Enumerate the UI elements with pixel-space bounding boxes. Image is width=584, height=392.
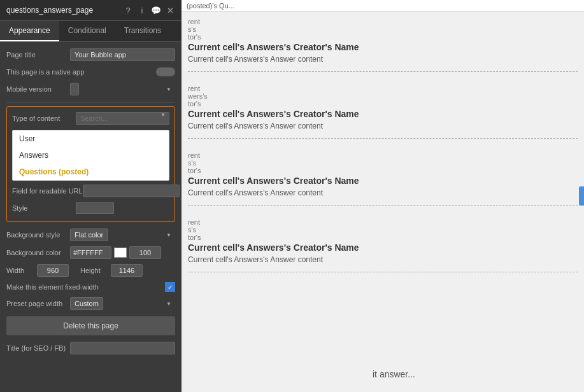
seo-label: Title (for SEO / FB) bbox=[6, 344, 70, 352]
right-edge-indicator bbox=[579, 186, 584, 206]
top-bar: (posted)'s Qu... bbox=[182, 0, 584, 11]
panel-header-icons: ? i 💬 ✕ bbox=[123, 5, 175, 15]
background-color-label: Background color bbox=[6, 249, 70, 256]
mobile-version-row: Mobile version bbox=[6, 83, 175, 95]
preset-select[interactable]: Custom bbox=[70, 297, 103, 310]
content-type-search[interactable] bbox=[76, 112, 169, 125]
row-title-3: Current cell's Answers's Creator's Name bbox=[188, 176, 578, 186]
field-readable-input[interactable] bbox=[83, 185, 180, 197]
panel-body: Page title This page is a native app Mob… bbox=[0, 42, 182, 392]
close-icon[interactable]: ✕ bbox=[165, 5, 175, 15]
info-icon[interactable]: i bbox=[137, 5, 147, 15]
row-sub-1: Current cell's Answers's Answer content bbox=[188, 55, 578, 64]
dropdown-item-questions-posted[interactable]: Questions (posted) bbox=[13, 164, 169, 180]
tab-conditional[interactable]: Conditional bbox=[59, 21, 115, 41]
content-type-search-wrapper: ▼ bbox=[76, 112, 169, 125]
seo-row: Title (for SEO / FB) bbox=[6, 342, 175, 354]
native-app-label: This page is a native app bbox=[6, 68, 156, 76]
style-row: Style bbox=[12, 202, 169, 214]
tab-appearance[interactable]: Appearance bbox=[0, 21, 59, 41]
table-row: rents'stor's Current cell's Answers's Cr… bbox=[188, 218, 578, 272]
help-icon[interactable]: ? bbox=[123, 5, 133, 15]
table-row: rents'stor's Current cell's Answers's Cr… bbox=[188, 18, 578, 72]
background-style-label: Background style bbox=[6, 231, 70, 239]
divider-1 bbox=[6, 102, 175, 102]
row-title-4: Current cell's Answers's Creator's Name bbox=[188, 242, 578, 253]
height-input[interactable] bbox=[111, 264, 143, 277]
table-row: rents'stor's Current cell's Answers's Cr… bbox=[188, 151, 578, 206]
content-type-section: Type of content ▼ User Answers Questions… bbox=[6, 106, 175, 222]
fixed-width-row: Make this element fixed-width ✓ bbox=[6, 282, 175, 292]
comment-icon[interactable]: 💬 bbox=[151, 5, 161, 15]
native-app-row: This page is a native app bbox=[6, 67, 175, 76]
search-dropdown-arrow: ▼ bbox=[160, 112, 166, 118]
page-title-input[interactable] bbox=[70, 48, 175, 61]
row-sub-4: Current cell's Answers's Answer content bbox=[188, 255, 578, 264]
row-prefix-4: rents'stor's bbox=[188, 218, 578, 241]
row-sub-3: Current cell's Answers's Answer content bbox=[188, 188, 578, 197]
width-height-row: Width Height bbox=[6, 264, 175, 277]
field-readable-label: Field for readable URL bbox=[12, 187, 83, 195]
style-box[interactable] bbox=[76, 202, 114, 214]
page-title-row: Page title bbox=[6, 48, 175, 61]
background-color-row: Background color bbox=[6, 246, 175, 259]
content-rows: rents'stor's Current cell's Answers's Cr… bbox=[182, 11, 584, 291]
panel-header: questions_answers_page ? i 💬 ✕ bbox=[0, 0, 182, 21]
color-swatch[interactable] bbox=[114, 248, 127, 258]
tab-transitions[interactable]: Transitions bbox=[115, 21, 170, 41]
background-color-hex[interactable] bbox=[70, 246, 111, 259]
mobile-version-label: Mobile version bbox=[6, 85, 70, 93]
dropdown-item-user[interactable]: User bbox=[13, 130, 169, 147]
seo-input[interactable] bbox=[70, 342, 175, 354]
row-prefix-2: rentwers'stor's bbox=[188, 85, 578, 108]
top-bar-text: (posted)'s Qu... bbox=[187, 2, 234, 10]
field-readable-row: Field for readable URL bbox=[12, 185, 169, 197]
mobile-version-select[interactable] bbox=[70, 83, 79, 95]
fixed-width-checkbox[interactable]: ✓ bbox=[165, 282, 175, 292]
content-type-row: Type of content ▼ bbox=[12, 112, 169, 125]
width-label: Width bbox=[6, 267, 32, 274]
preset-wrapper: Custom bbox=[70, 297, 175, 310]
delete-page-button[interactable]: Delete this page bbox=[6, 316, 175, 335]
table-row: rentwers'stor's Current cell's Answers's… bbox=[188, 85, 578, 139]
preset-row: Preset page width Custom bbox=[6, 297, 175, 310]
preset-label: Preset page width bbox=[6, 300, 70, 307]
background-style-wrapper: Flat color bbox=[70, 228, 175, 241]
mobile-version-wrapper bbox=[70, 83, 175, 95]
row-prefix-3: rents'stor's bbox=[188, 151, 578, 174]
page-title-label: Page title bbox=[6, 51, 70, 59]
background-style-row: Background style Flat color bbox=[6, 228, 175, 241]
properties-panel: questions_answers_page ? i 💬 ✕ Appearanc… bbox=[0, 0, 182, 392]
main-content: (posted)'s Qu... rents'stor's Current ce… bbox=[182, 0, 584, 392]
width-input[interactable] bbox=[37, 264, 69, 277]
tabs-container: Appearance Conditional Transitions bbox=[0, 21, 182, 42]
background-opacity-input[interactable] bbox=[129, 246, 161, 259]
row-title-2: Current cell's Answers's Creator's Name bbox=[188, 109, 578, 119]
row-sub-2: Current cell's Answers's Answer content bbox=[188, 122, 578, 130]
background-style-select[interactable]: Flat color bbox=[70, 228, 108, 241]
bottom-text: it answer... bbox=[373, 369, 415, 379]
bottom-text-content: it answer... bbox=[373, 369, 415, 379]
dropdown-item-answers[interactable]: Answers bbox=[13, 147, 169, 164]
height-label: Height bbox=[80, 267, 106, 274]
native-app-toggle[interactable] bbox=[156, 67, 175, 76]
fixed-width-label: Make this element fixed-width bbox=[6, 283, 165, 291]
panel-title: questions_answers_page bbox=[6, 6, 93, 15]
content-type-label: Type of content bbox=[12, 115, 76, 122]
row-title-1: Current cell's Answers's Creator's Name bbox=[188, 42, 578, 52]
content-type-dropdown: User Answers Questions (posted) bbox=[12, 130, 169, 181]
row-prefix-1: rents'stor's bbox=[188, 18, 578, 41]
style-label: Style bbox=[12, 204, 76, 212]
